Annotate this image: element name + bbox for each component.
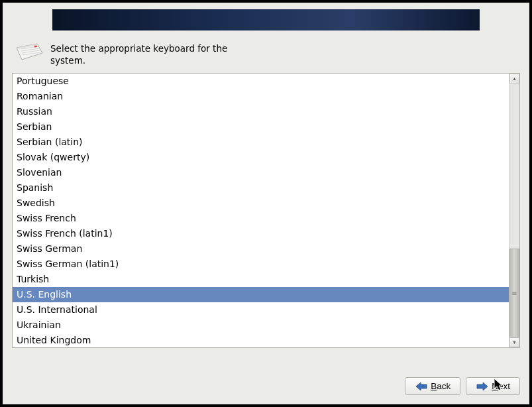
arrow-right-icon [476, 382, 489, 391]
list-item[interactable]: Serbian (latin) [13, 135, 509, 150]
back-button-label: Back [431, 381, 451, 391]
installer-window: Select the appropriate keyboard for the … [3, 3, 529, 404]
list-item[interactable]: U.S. International [13, 302, 509, 318]
button-row: Back Next [3, 364, 529, 404]
list-item[interactable]: Swiss French [13, 211, 509, 226]
keyboard-list-area: PortugueseRomanianRussianSerbianSerbian … [12, 73, 520, 348]
prompt-row: Select the appropriate keyboard for the … [3, 30, 529, 73]
next-button[interactable]: Next [466, 377, 520, 395]
list-item[interactable]: Portuguese [13, 74, 509, 89]
svg-marker-8 [477, 382, 488, 390]
keyboard-list[interactable]: PortugueseRomanianRussianSerbianSerbian … [13, 74, 509, 347]
list-item[interactable]: Slovak (qwerty) [13, 150, 509, 165]
keyboard-icon [15, 41, 44, 62]
scroll-down-button[interactable]: ▾ [509, 337, 519, 347]
scrollbar[interactable]: ▴ ▾ [509, 74, 519, 347]
scrollbar-track[interactable] [509, 84, 519, 337]
list-item[interactable]: United Kingdom [13, 333, 509, 347]
header-banner [52, 9, 480, 30]
svg-marker-7 [416, 382, 427, 390]
list-item[interactable]: Turkish [13, 272, 509, 287]
list-item[interactable]: Spanish [13, 180, 509, 196]
scrollbar-thumb[interactable] [509, 249, 519, 337]
scroll-up-button[interactable]: ▴ [509, 74, 519, 84]
list-item[interactable]: U.S. English [13, 287, 509, 302]
list-item[interactable]: Swiss French (latin1) [13, 226, 509, 241]
prompt-text: Select the appropriate keyboard for the … [50, 41, 229, 66]
list-item[interactable]: Swedish [13, 196, 509, 211]
next-button-label: Next [492, 381, 510, 391]
list-item[interactable]: Swiss German (latin1) [13, 257, 509, 272]
list-item[interactable]: Romanian [13, 89, 509, 104]
list-item[interactable]: Ukrainian [13, 318, 509, 333]
list-item[interactable]: Swiss German [13, 241, 509, 257]
list-item[interactable]: Serbian [13, 119, 509, 135]
chevron-down-icon: ▾ [513, 339, 515, 345]
list-item[interactable]: Russian [13, 104, 509, 119]
arrow-left-icon [415, 382, 428, 391]
list-item[interactable]: Slovenian [13, 165, 509, 180]
back-button[interactable]: Back [405, 377, 460, 395]
chevron-up-icon: ▴ [513, 76, 515, 82]
